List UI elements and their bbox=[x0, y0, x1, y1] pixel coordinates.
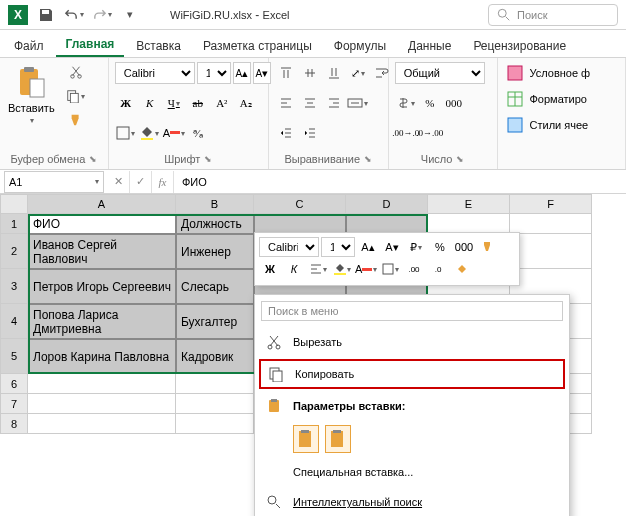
cell-e1[interactable] bbox=[428, 214, 510, 234]
mini-currency-icon[interactable]: ₽▾ bbox=[405, 237, 427, 257]
row-header-2[interactable]: 2 bbox=[0, 234, 28, 269]
mini-font-color-icon[interactable]: A▾ bbox=[355, 259, 377, 279]
cell-c1[interactable] bbox=[254, 214, 346, 234]
currency-icon[interactable]: ▾ bbox=[395, 92, 417, 114]
cell-b7[interactable] bbox=[176, 394, 254, 414]
formula-input[interactable]: ФИО bbox=[174, 171, 626, 193]
font-size-select[interactable]: 11 bbox=[197, 62, 231, 84]
phonetic-button[interactable]: ᵃ⁄ₐ bbox=[187, 122, 209, 144]
mini-increase-font-icon[interactable]: A▴ bbox=[357, 237, 379, 257]
mini-decrease-decimal-icon[interactable]: .00 bbox=[403, 259, 425, 279]
tab-review[interactable]: Рецензирование bbox=[463, 35, 576, 57]
cell-a6[interactable] bbox=[28, 374, 176, 394]
cell-b1[interactable]: Должность bbox=[176, 214, 254, 234]
decrease-indent-icon[interactable] bbox=[275, 122, 297, 144]
comma-icon[interactable]: 000 bbox=[443, 92, 465, 114]
mini-comma-icon[interactable]: 000 bbox=[453, 237, 475, 257]
align-center-icon[interactable] bbox=[299, 92, 321, 114]
borders-button[interactable]: ▾ bbox=[115, 122, 137, 144]
menu-cut[interactable]: Вырезать bbox=[255, 327, 569, 357]
cut-icon[interactable] bbox=[65, 62, 87, 82]
cell-f1[interactable] bbox=[510, 214, 592, 234]
mini-format-painter-icon[interactable] bbox=[477, 237, 499, 257]
cell-a2[interactable]: Иванов Сергей Павлович bbox=[28, 234, 176, 269]
select-all-button[interactable] bbox=[0, 194, 28, 214]
tab-insert[interactable]: Вставка bbox=[126, 35, 191, 57]
cell-f2[interactable] bbox=[510, 234, 592, 269]
align-right-icon[interactable] bbox=[323, 92, 345, 114]
column-header-d[interactable]: D bbox=[346, 194, 428, 214]
redo-icon[interactable]: ▾ bbox=[92, 5, 112, 25]
row-header-5[interactable]: 5 bbox=[0, 339, 28, 374]
format-painter-icon[interactable] bbox=[65, 110, 87, 130]
cell-b4[interactable]: Бухгалтер bbox=[176, 304, 254, 339]
column-header-f[interactable]: F bbox=[510, 194, 592, 214]
mini-borders-icon[interactable]: ▾ bbox=[379, 259, 401, 279]
row-header-8[interactable]: 8 bbox=[0, 414, 28, 434]
fill-color-button[interactable]: ▾ bbox=[139, 122, 161, 144]
orientation-icon[interactable]: ⤢▾ bbox=[347, 62, 369, 84]
column-header-a[interactable]: A bbox=[28, 194, 176, 214]
column-header-e[interactable]: E bbox=[428, 194, 510, 214]
cell-b5[interactable]: Кадровик bbox=[176, 339, 254, 374]
tab-data[interactable]: Данные bbox=[398, 35, 461, 57]
row-header-3[interactable]: 3 bbox=[0, 269, 28, 304]
subscript-button[interactable]: A₂ bbox=[235, 92, 257, 114]
tab-page-layout[interactable]: Разметка страницы bbox=[193, 35, 322, 57]
save-icon[interactable] bbox=[36, 5, 56, 25]
strikethrough-button[interactable]: ab bbox=[187, 92, 209, 114]
menu-paste-special[interactable]: Специальная вставка... bbox=[255, 457, 569, 487]
increase-font-icon[interactable]: A▴ bbox=[233, 62, 251, 84]
menu-copy[interactable]: Копировать bbox=[259, 359, 565, 389]
row-header-1[interactable]: 1 bbox=[0, 214, 28, 234]
paste-option-default[interactable] bbox=[293, 425, 319, 453]
underline-button[interactable]: Ч▾ bbox=[163, 92, 185, 114]
mini-italic-button[interactable]: К bbox=[283, 259, 305, 279]
number-format-select[interactable]: Общий bbox=[395, 62, 485, 84]
name-box[interactable]: A1▾ bbox=[4, 171, 104, 193]
cell-a5[interactable]: Лоров Карина Павловна bbox=[28, 339, 176, 374]
increase-decimal-icon[interactable]: .00→.0 bbox=[395, 122, 417, 144]
align-bottom-icon[interactable] bbox=[323, 62, 345, 84]
mini-fill-color-icon[interactable]: ▾ bbox=[331, 259, 353, 279]
mini-bold-button[interactable]: Ж bbox=[259, 259, 281, 279]
mini-percent-icon[interactable]: % bbox=[429, 237, 451, 257]
format-as-table-button[interactable]: Форматиро bbox=[504, 88, 589, 110]
cell-b3[interactable]: Слесарь bbox=[176, 269, 254, 304]
row-header-4[interactable]: 4 bbox=[0, 304, 28, 339]
font-color-button[interactable]: A▾ bbox=[163, 122, 185, 144]
cell-a4[interactable]: Попова Лариса Дмитриевна bbox=[28, 304, 176, 339]
tab-formulas[interactable]: Формулы bbox=[324, 35, 396, 57]
cell-a7[interactable] bbox=[28, 394, 176, 414]
cell-b8[interactable] bbox=[176, 414, 254, 434]
mini-align-icon[interactable]: ▾ bbox=[307, 259, 329, 279]
merge-cells-icon[interactable]: ▾ bbox=[347, 92, 369, 114]
cell-b2[interactable]: Инженер bbox=[176, 234, 254, 269]
cell-a1[interactable]: ФИО bbox=[28, 214, 176, 234]
conditional-formatting-button[interactable]: Условное ф bbox=[504, 62, 593, 84]
tab-home[interactable]: Главная bbox=[56, 33, 125, 57]
row-header-7[interactable]: 7 bbox=[0, 394, 28, 414]
cell-b6[interactable] bbox=[176, 374, 254, 394]
insert-function-icon[interactable]: fx bbox=[152, 171, 174, 193]
font-name-select[interactable]: Calibri bbox=[115, 62, 195, 84]
cancel-formula-icon[interactable]: ✕ bbox=[108, 171, 130, 193]
align-middle-icon[interactable] bbox=[299, 62, 321, 84]
mini-decrease-font-icon[interactable]: A▾ bbox=[381, 237, 403, 257]
cell-a8[interactable] bbox=[28, 414, 176, 434]
mini-increase-decimal-icon[interactable]: .0 bbox=[427, 259, 449, 279]
align-top-icon[interactable] bbox=[275, 62, 297, 84]
italic-button[interactable]: К bbox=[139, 92, 161, 114]
menu-smart-lookup[interactable]: Интеллектуальный поиск bbox=[255, 487, 569, 516]
clipboard-dialog-launcher[interactable]: ⬊ bbox=[89, 154, 97, 164]
superscript-button[interactable]: A² bbox=[211, 92, 233, 114]
search-input[interactable]: Поиск bbox=[488, 4, 618, 26]
mini-size-select[interactable]: 11 bbox=[321, 237, 355, 257]
column-header-b[interactable]: B bbox=[176, 194, 254, 214]
increase-indent-icon[interactable] bbox=[299, 122, 321, 144]
bold-button[interactable]: Ж bbox=[115, 92, 137, 114]
mini-clear-icon[interactable] bbox=[451, 259, 473, 279]
paste-option-values[interactable] bbox=[325, 425, 351, 453]
undo-icon[interactable]: ▾ bbox=[64, 5, 84, 25]
paste-button[interactable]: Вставить▾ bbox=[6, 62, 57, 127]
